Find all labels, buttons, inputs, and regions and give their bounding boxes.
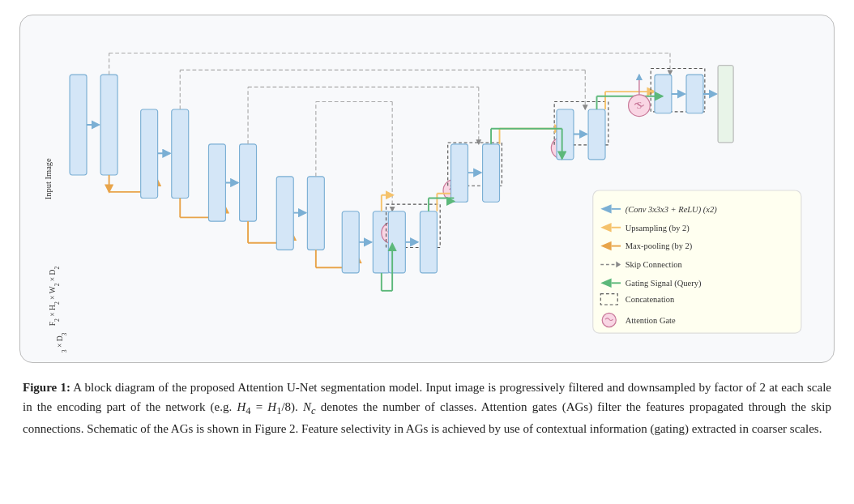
svg-rect-68 <box>483 144 500 202</box>
figure-caption: Figure 1: A block diagram of the propose… <box>19 378 835 438</box>
svg-rect-8 <box>141 109 158 199</box>
svg-rect-72 <box>557 109 574 160</box>
svg-rect-83 <box>686 75 703 113</box>
svg-rect-3 <box>100 75 117 175</box>
svg-rect-65 <box>451 144 468 202</box>
svg-rect-19 <box>240 144 257 221</box>
diagram-svg: .block-label { font-family: 'Times New R… <box>36 28 818 352</box>
figure-label: Figure 1: <box>23 381 70 394</box>
svg-point-119 <box>602 313 616 327</box>
svg-text:Concatenation: Concatenation <box>626 295 675 304</box>
svg-rect-11 <box>172 109 189 199</box>
svg-text:F2 × H3 × W3 × D3: F2 × H3 × W3 × D3 <box>56 332 68 352</box>
svg-text:F2 × H2 × W2 × D2: F2 × H2 × W2 × D2 <box>49 267 60 327</box>
svg-rect-32 <box>342 211 359 273</box>
network-diagram: .block-label { font-family: 'Times New R… <box>19 15 835 363</box>
input-image-label: Input Image <box>44 158 53 199</box>
svg-text:Skip Connection: Skip Connection <box>626 260 683 269</box>
svg-rect-86 <box>718 66 733 143</box>
svg-rect-16 <box>208 144 225 221</box>
figure-text: A block diagram of the proposed Attentio… <box>23 381 831 435</box>
attention-gate-label: Attention Gate <box>626 316 676 325</box>
svg-rect-24 <box>276 177 293 250</box>
svg-text:(Conv 3x3x3 + ReLU) (x2): (Conv 3x3x3 + ReLU) (x2) <box>626 205 717 215</box>
svg-rect-80 <box>655 75 672 113</box>
svg-text:Max-pooling (by 2): Max-pooling (by 2) <box>626 241 693 251</box>
svg-rect-75 <box>588 109 605 160</box>
svg-rect-0 <box>70 75 87 175</box>
svg-text:Upsampling (by 2): Upsampling (by 2) <box>626 224 690 233</box>
svg-rect-60 <box>420 211 437 273</box>
svg-rect-27 <box>307 177 324 250</box>
svg-rect-58 <box>388 211 405 273</box>
svg-text:Gating Signal (Query): Gating Signal (Query) <box>626 279 702 288</box>
